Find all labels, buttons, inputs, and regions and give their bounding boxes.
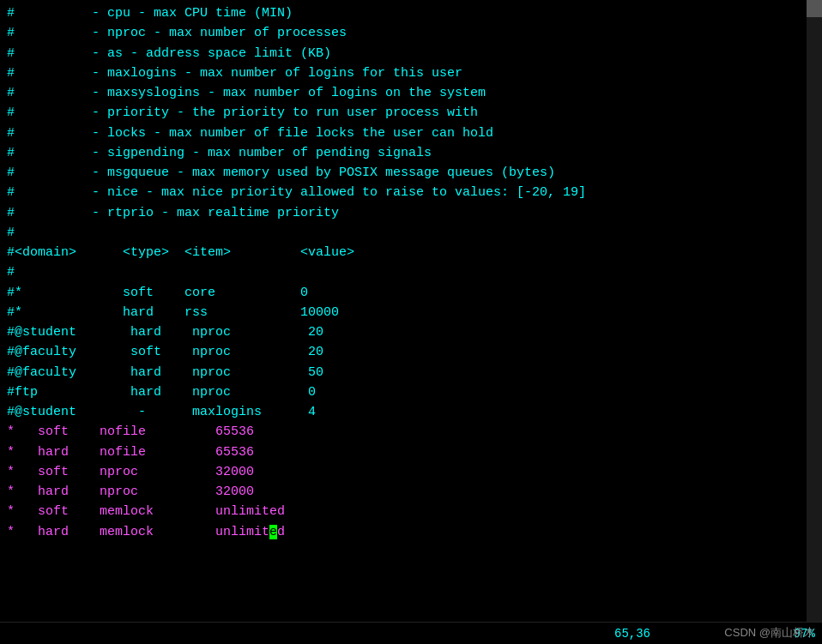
line: * soft nproc 32000 (7, 462, 800, 482)
line: #<domain> <type> <item> <value> (7, 243, 800, 262)
line: * soft nofile 65536 (7, 422, 800, 442)
line: * hard memlock unlimited (7, 522, 800, 542)
line: # - maxlogins - max number of logins for… (7, 63, 800, 83)
line: # (7, 262, 800, 282)
line: # - maxsyslogins - max number of logins … (7, 83, 800, 103)
cursor-position: 65,36 (614, 627, 650, 641)
line: # - sigpending - max number of pending s… (7, 143, 800, 163)
line: * soft memlock unlimited (7, 502, 800, 521)
line: #ftp hard nproc 0 (7, 382, 800, 402)
line: # - cpu - max CPU time (MIN) (7, 3, 800, 23)
line: # - as - address space limit (KB) (7, 44, 800, 63)
line: #@faculty soft nproc 20 (7, 342, 800, 362)
line: # - msgqueue - max memory used by POSIX … (7, 163, 800, 183)
line: # - nproc - max number of processes (7, 23, 800, 43)
line: * hard nofile 65536 (7, 442, 800, 462)
line: #@student - maxlogins 4 (7, 402, 800, 422)
code-lines: # - cpu - max CPU time (MIN)# - nproc - … (7, 3, 800, 542)
line: # - locks - max number of file locks the… (7, 123, 800, 143)
line: # - priority - the priority to run user … (7, 103, 800, 123)
line: #@student hard nproc 20 (7, 322, 800, 342)
line: # (7, 223, 800, 243)
scrollbar-thumb[interactable] (807, 0, 822, 17)
line: # - nice - max nice priority allowed to … (7, 183, 800, 202)
watermark-text: CSDN @南山桥木 (724, 625, 815, 641)
status-bar: 65,36 97% (0, 622, 822, 644)
scrollbar[interactable] (807, 0, 822, 644)
editor-area[interactable]: # - cpu - max CPU time (MIN)# - nproc - … (0, 0, 807, 644)
line: #@faculty hard nproc 50 (7, 363, 800, 382)
line: #* soft core 0 (7, 283, 800, 303)
cursor: e (269, 525, 277, 539)
line: # - rtprio - max realtime priority (7, 203, 800, 223)
line: * hard nproc 32000 (7, 482, 800, 502)
line: #* hard rss 10000 (7, 303, 800, 322)
